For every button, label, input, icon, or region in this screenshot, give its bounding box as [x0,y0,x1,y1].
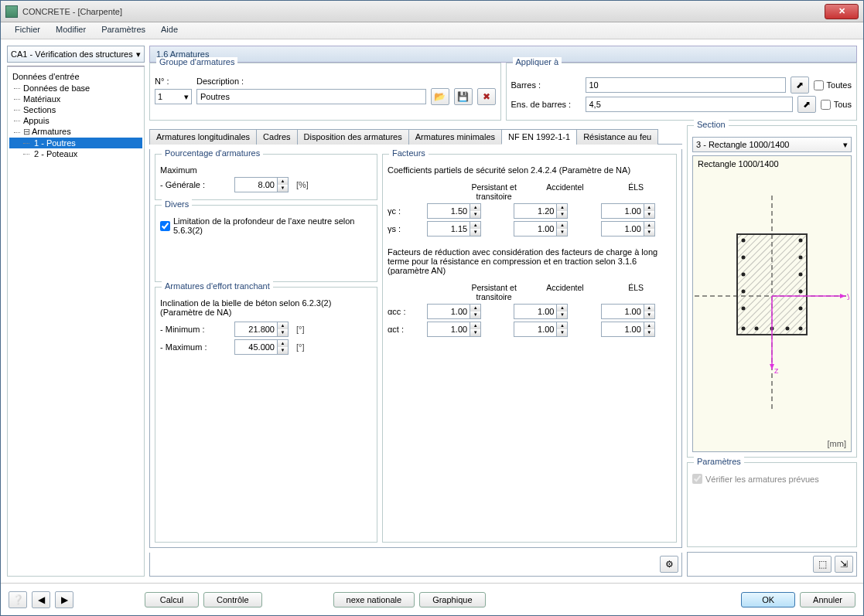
expand-icon[interactable]: ⬚ [813,556,832,573]
gs-3[interactable]: ▲▼ [601,221,655,237]
up-icon[interactable]: ▲ [470,204,480,211]
up-icon[interactable]: ▲ [470,222,480,229]
tab-feu[interactable]: Résistance au feu [576,129,658,145]
down-icon[interactable]: ▼ [644,311,654,318]
gs-2[interactable]: ▲▼ [514,221,568,237]
save-icon[interactable]: 💾 [454,88,473,105]
all-sets-check[interactable]: Tous [821,100,852,110]
down-icon[interactable]: ▼ [470,211,480,218]
down-icon[interactable]: ▼ [470,229,480,236]
desc-input[interactable] [196,89,426,104]
prev-icon[interactable]: ◀ [32,591,50,608]
controle-button[interactable]: Contrôle [203,592,262,607]
export-icon[interactable]: ⇲ [835,556,853,573]
down-icon[interactable]: ▼ [470,311,480,318]
act-3[interactable]: ▲▼ [601,322,655,337]
tree-donnees-base[interactable]: Données de base [9,83,142,94]
tree-armatures-poutres[interactable]: 1 - Poutres [9,138,142,148]
shear-min-input[interactable] [234,322,278,337]
checkbox-icon[interactable] [160,221,170,231]
tab-disposition[interactable]: Disposition des armatures [297,129,409,145]
down-icon[interactable]: ▼ [278,347,288,354]
pct-spinner[interactable]: ▲▼ [234,177,289,192]
down-icon[interactable]: ▼ [557,211,567,218]
cancel-button[interactable]: Annuler [800,592,855,607]
shear-max-input[interactable] [234,339,278,355]
down-icon[interactable]: ▼ [278,185,288,192]
gs-1[interactable]: ▲▼ [427,221,481,237]
up-icon[interactable]: ▲ [470,322,480,329]
close-button[interactable]: ✕ [825,4,859,19]
act-2[interactable]: ▲▼ [514,322,568,337]
svg-point-10 [742,290,746,294]
section-select[interactable]: 3 - Rectangle 1000/1400 ▾ [692,137,852,152]
shear-min-spinner[interactable]: ▲▼ [234,322,289,337]
tree-sections[interactable]: Sections [9,104,142,115]
up-icon[interactable]: ▲ [644,222,654,229]
pct-input[interactable] [234,177,278,192]
tree-armatures-poteaux[interactable]: 2 - Poteaux [9,148,142,159]
acc-2[interactable]: ▲▼ [514,304,568,319]
menu-parametres[interactable]: Paramètres [94,22,153,39]
sets-input[interactable] [586,97,793,112]
all-bars-check[interactable]: Toutes [814,80,852,90]
tab-longitudinal[interactable]: Armatures longitudinales [149,129,257,145]
gc-2[interactable]: ▲▼ [514,203,568,219]
up-icon[interactable]: ▲ [557,305,567,311]
down-icon[interactable]: ▼ [557,311,567,318]
no-select[interactable]: 1▾ [155,89,192,104]
gc-1[interactable]: ▲▼ [427,203,481,219]
up-icon[interactable]: ▲ [278,178,288,185]
tree-root[interactable]: Données d'entrée [9,70,142,83]
shear-group: Armatures d'effort tranchant Inclination… [155,287,377,543]
next-icon[interactable]: ▶ [55,591,73,608]
down-icon[interactable]: ▼ [644,211,654,218]
down-icon[interactable]: ▼ [644,329,654,336]
collapse-icon[interactable]: ⊟ [23,127,30,136]
up-icon[interactable]: ▲ [557,222,567,229]
menu-modifier[interactable]: Modifier [48,22,94,39]
checkbox-icon[interactable] [821,100,831,110]
tree-appuis[interactable]: Appuis [9,115,142,126]
bars-input[interactable] [586,77,786,93]
down-icon[interactable]: ▼ [470,329,480,336]
up-icon[interactable]: ▲ [278,322,288,329]
tab-cadres[interactable]: Cadres [256,129,297,145]
tree-armatures[interactable]: ⊟Armatures [9,126,142,138]
up-icon[interactable]: ▲ [644,305,654,311]
shear-max-spinner[interactable]: ▲▼ [234,339,289,355]
menu-fichier[interactable]: Fichier [7,22,48,39]
up-icon[interactable]: ▲ [644,322,654,329]
act-1[interactable]: ▲▼ [427,322,481,337]
up-icon[interactable]: ▲ [557,204,567,211]
tree-materiaux[interactable]: Matériaux [9,94,142,104]
down-icon[interactable]: ▼ [278,329,288,336]
desc-label: Description : [196,77,496,86]
nexe-button[interactable]: nexe nationale [333,592,415,607]
tab-nfen[interactable]: NF EN 1992-1-1 [501,129,577,145]
help-icon[interactable]: ❔ [9,591,27,608]
acc-1[interactable]: ▲▼ [427,304,481,319]
down-icon[interactable]: ▼ [644,229,654,236]
gc-3[interactable]: ▲▼ [601,203,655,219]
ok-button[interactable]: OK [741,592,795,607]
checkbox-icon[interactable] [814,80,824,90]
open-icon[interactable]: 📂 [431,88,449,105]
acc-3[interactable]: ▲▼ [601,304,655,319]
settings-icon[interactable]: ⚙ [660,556,678,573]
up-icon[interactable]: ▲ [470,305,480,311]
up-icon[interactable]: ▲ [278,340,288,347]
down-icon[interactable]: ▼ [557,229,567,236]
divers-check[interactable]: Limitation de la profondeur de l'axe neu… [160,216,372,235]
pick-sets-icon[interactable]: ⬈ [797,96,816,113]
pick-bars-icon[interactable]: ⬈ [791,77,809,94]
up-icon[interactable]: ▲ [644,204,654,211]
delete-icon[interactable]: ✖ [477,88,496,105]
tab-minimales[interactable]: Armatures minimales [408,129,502,145]
calcul-button[interactable]: Calcul [145,592,199,607]
up-icon[interactable]: ▲ [557,322,567,329]
menu-aide[interactable]: Aide [153,22,186,39]
down-icon[interactable]: ▼ [557,329,567,336]
case-selector[interactable]: CA1 - Vérification des structures ▾ [7,46,145,63]
graph-button[interactable]: Graphique [419,592,485,607]
